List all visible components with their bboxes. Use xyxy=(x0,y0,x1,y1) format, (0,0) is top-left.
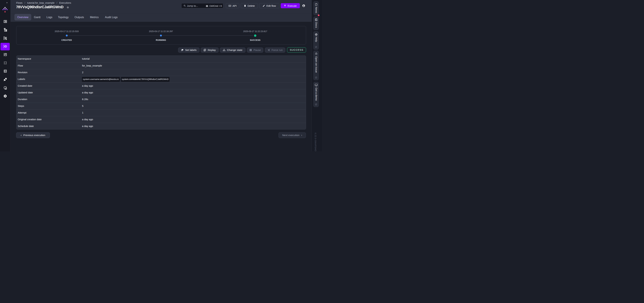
svg-text:API: API xyxy=(229,5,231,6)
